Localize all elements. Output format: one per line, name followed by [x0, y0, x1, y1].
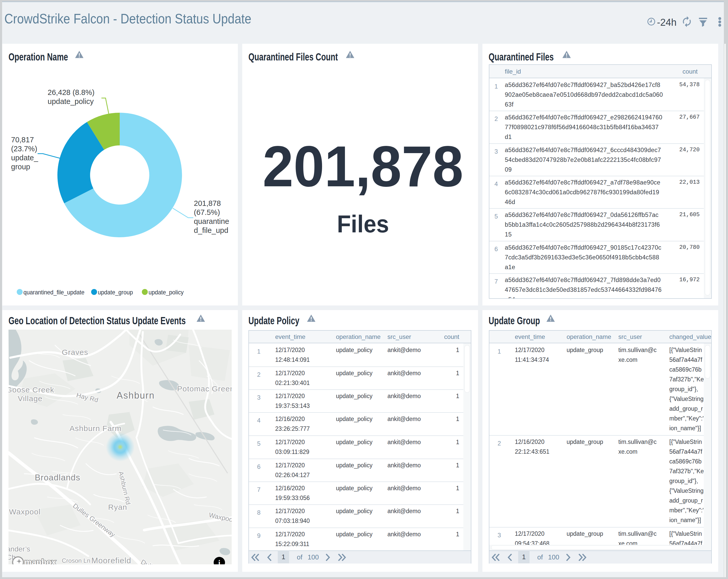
svg-text:Moorefield: Moorefield — [92, 556, 131, 564]
svg-text:Potomac Green: Potomac Green — [177, 385, 232, 393]
svg-text:i: i — [218, 558, 220, 564]
svg-text:Ashburn Farm: Ashburn Farm — [70, 424, 122, 432]
svg-text:Croson Ln: Croson Ln — [62, 557, 90, 564]
svg-text:Goose Creek: Goose Creek — [8, 386, 54, 394]
svg-text:Village: Village — [18, 394, 43, 403]
svg-text:Waxpool: Waxpool — [9, 507, 41, 516]
svg-text:ander’s: ander’s — [8, 545, 30, 553]
svg-text:Ashburn: Ashburn — [116, 390, 155, 401]
svg-text:Graves: Graves — [62, 348, 88, 357]
svg-text:mapbox: mapbox — [24, 557, 56, 564]
svg-text:Ryan: Ryan — [108, 503, 127, 511]
svg-text:Broadlands: Broadlands — [35, 473, 80, 482]
